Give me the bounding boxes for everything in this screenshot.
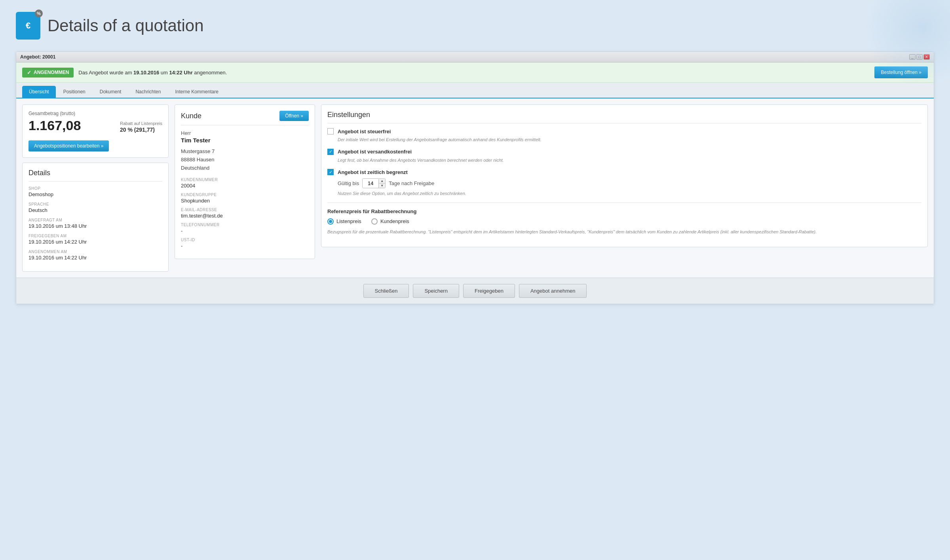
settings-card: Einstellungen Angebot ist steuerfrei Der…	[321, 104, 928, 247]
notification-time: 14:22 Uhr	[169, 70, 192, 76]
summary-card: Gesamtbetrag (brutto) 1.167,08 Rabatt au…	[22, 104, 169, 158]
save-button[interactable]: Speichern	[413, 284, 459, 298]
kunde-address: Mustergasse 7 88888 Hausen Deutschland	[181, 148, 309, 172]
kunde-header: Kunde Öffnen »	[181, 111, 309, 125]
content-area: Gesamtbetrag (brutto) 1.167,08 Rabatt au…	[16, 98, 934, 278]
page-icon: %	[16, 12, 40, 40]
radio-option-listenpreis[interactable]: Listenpreis	[327, 218, 361, 225]
detail-key-shop: SHOP	[28, 186, 162, 191]
notification-suffix: angenommen.	[193, 70, 227, 76]
reference-title: Referenzpreis für Rabattberechnung	[327, 208, 922, 214]
checkbox-tax-free[interactable]	[327, 128, 334, 134]
setting-row-tax-free: Angebot ist steuerfrei Der initiale Wert…	[327, 128, 922, 143]
kunde-open-button[interactable]: Öffnen »	[279, 111, 309, 121]
desc-shipping-free: Legt fest, ob bei Annahme des Angebots V…	[338, 157, 922, 164]
summary-label: Gesamtbetrag (brutto)	[28, 111, 162, 116]
detail-sprache: SPRACHE Deutsch	[28, 202, 162, 213]
col-left: Gesamtbetrag (brutto) 1.167,08 Rabatt au…	[22, 104, 169, 272]
detail-value-shop: Demoshop	[28, 191, 162, 197]
kunde-name: Tim Tester	[181, 137, 309, 144]
page-header: % Details of a quotation	[16, 12, 934, 40]
settings-title: Einstellungen	[327, 111, 922, 123]
tab-interne-kommentare[interactable]: Interne Kommentare	[168, 86, 225, 98]
summary-right: Rabatt auf Listenpreis 20 % (291,77)	[120, 121, 162, 133]
col-middle: Kunde Öffnen » Herr Tim Tester Mustergas…	[175, 104, 315, 259]
detail-shop: SHOP Demoshop	[28, 186, 162, 197]
notification-left: ANGENOMMEN Das Angebot wurde am 19.10.20…	[22, 68, 227, 78]
window-controls: _ □ ✕	[909, 54, 930, 60]
detail-key-angefragt: ANGEFRAGT AM	[28, 218, 162, 222]
validity-increment[interactable]: ▲	[379, 179, 385, 184]
tab-nachrichten[interactable]: Nachrichten	[129, 86, 167, 98]
tab-positionen[interactable]: Positionen	[57, 86, 92, 98]
label-time-limited: Angebot ist zeitlich begrenzt	[338, 169, 408, 175]
tabs-bar: Übersicht Positionen Dokument Nachrichte…	[16, 83, 934, 98]
address-line2: 88888 Hausen	[181, 156, 309, 164]
detail-angenommen: ANGENOMMEN AM 19.10.2016 um 14:22 Uhr	[28, 250, 162, 261]
minimize-button[interactable]: _	[909, 54, 916, 60]
label-shipping-free: Angebot ist versandkostenfrei	[338, 149, 412, 155]
discount-value: 20 % (291,77)	[120, 127, 162, 133]
setting-checkbox-row-shipping-free: Angebot ist versandkostenfrei	[327, 149, 922, 155]
summary-amount: 1.167,08	[28, 118, 81, 133]
kunde-key-kundengruppe: KUNDENGRUPPE	[181, 193, 309, 197]
checkbox-time-limited[interactable]	[327, 169, 334, 175]
notification-date: 19.10.2016	[133, 70, 159, 76]
kunde-key-email: E-MAIL-ADRESSE	[181, 208, 309, 212]
kunde-value-kundengruppe: Shopkunden	[181, 198, 309, 204]
detail-freigegeben: FREIGEGEBEN AM 19.10.2016 um 14:22 Uhr	[28, 234, 162, 245]
detail-key-freigegeben: FREIGEGEBEN AM	[28, 234, 162, 238]
accept-offer-button[interactable]: Angebot annehmen	[519, 284, 587, 298]
radio-group-reference: Listenpreis Kundenpreis	[327, 218, 922, 225]
notification-text: Das Angebot wurde am 19.10.2016 um 14:22…	[78, 70, 227, 76]
percent-badge: %	[35, 9, 43, 17]
maximize-button[interactable]: □	[916, 54, 923, 60]
tab-ubersicht[interactable]: Übersicht	[22, 86, 56, 98]
validity-spinner: ▲ ▼	[378, 179, 385, 188]
close-button-footer[interactable]: Schließen	[363, 284, 409, 298]
validity-label-before: Gültig bis	[338, 180, 359, 186]
kunde-value-telefon: -	[181, 228, 309, 234]
kunde-key-ustid: UST-ID	[181, 238, 309, 242]
radio-option-kundenpreis[interactable]: Kundenpreis	[371, 218, 409, 225]
kunde-key-kundennummer: KUNDENNUMMER	[181, 178, 309, 182]
close-button[interactable]: ✕	[923, 54, 930, 60]
validity-row: Gültig bis ▲ ▼ Tage nach Freigabe	[338, 178, 922, 188]
window-titlebar: Angebot: 20001 _ □ ✕	[16, 52, 934, 62]
col-right: Einstellungen Angebot ist steuerfrei Der…	[321, 104, 928, 247]
detail-value-angenommen: 19.10.2016 um 14:22 Uhr	[28, 255, 162, 261]
release-button[interactable]: Freigegeben	[463, 284, 515, 298]
validity-input[interactable]	[363, 179, 378, 188]
footer-bar: Schließen Speichern Freigegeben Angebot …	[16, 278, 934, 304]
accepted-badge: ANGENOMMEN	[22, 68, 74, 78]
validity-decrement[interactable]: ▼	[379, 184, 385, 188]
window-title: Angebot: 20001	[20, 54, 55, 60]
kunde-card: Kunde Öffnen » Herr Tim Tester Mustergas…	[175, 104, 315, 259]
details-title: Details	[28, 169, 162, 182]
kunde-value-email: tim.tester@test.de	[181, 213, 309, 219]
summary-top: 1.167,08 Rabatt auf Listenpreis 20 % (29…	[28, 118, 162, 136]
notification-mid: um	[159, 70, 169, 76]
desc-time-limited: Nutzen Sie diese Option, um das Angebot …	[338, 190, 922, 197]
radio-label-kundenpreis: Kundenpreis	[380, 218, 409, 224]
detail-value-freigegeben: 19.10.2016 um 14:22 Uhr	[28, 239, 162, 245]
tab-dokument[interactable]: Dokument	[93, 86, 128, 98]
detail-value-angefragt: 19.10.2016 um 13:48 Uhr	[28, 223, 162, 229]
main-panel: Angebot: 20001 _ □ ✕ ANGENOMMEN Das Ange…	[16, 51, 934, 304]
settings-divider	[327, 202, 922, 203]
checkbox-shipping-free[interactable]	[327, 149, 334, 155]
kunde-field-telefon: TELEFONNUMMER -	[181, 223, 309, 234]
kunde-value-kundennummer: 20004	[181, 183, 309, 189]
kunde-salutation: Herr	[181, 130, 309, 136]
kunde-title: Kunde	[181, 112, 201, 120]
page-wrapper: % Details of a quotation Angebot: 20001 …	[0, 0, 950, 320]
open-order-button[interactable]: Bestellung öffnen »	[874, 66, 928, 78]
radio-btn-listenpreis[interactable]	[327, 218, 334, 225]
detail-angefragt: ANGEFRAGT AM 19.10.2016 um 13:48 Uhr	[28, 218, 162, 229]
details-card: Details SHOP Demoshop SPRACHE Deutsch AN…	[22, 163, 169, 272]
notification-bar: ANGENOMMEN Das Angebot wurde am 19.10.20…	[16, 62, 934, 83]
desc-tax-free: Der initiale Wert wird bei Erstellung de…	[338, 136, 922, 143]
edit-positions-button[interactable]: Angebotspositionen bearbeiten »	[28, 140, 109, 151]
radio-btn-kundenpreis[interactable]	[371, 218, 378, 225]
kunde-field-ustid: UST-ID -	[181, 238, 309, 249]
